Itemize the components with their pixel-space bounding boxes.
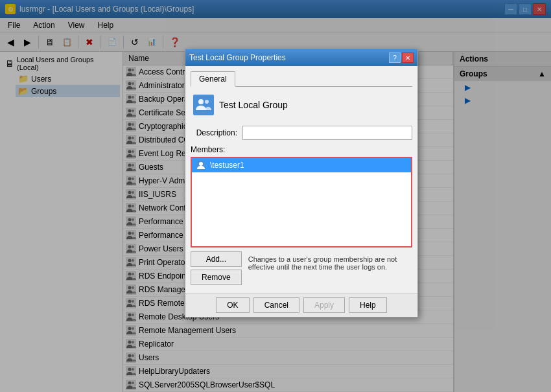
add-button[interactable]: Add... (191, 251, 242, 267)
description-row: Description: (191, 126, 412, 140)
cancel-button[interactable]: Cancel (253, 297, 299, 313)
help-footer-button[interactable]: Help (349, 297, 387, 313)
svg-rect-78 (194, 96, 213, 114)
members-action-buttons: Add... Remove (191, 251, 242, 285)
group-big-icon (193, 95, 214, 115)
ok-button[interactable]: OK (216, 297, 249, 313)
apply-button[interactable]: Apply (303, 297, 345, 313)
svg-point-79 (198, 99, 204, 104)
group-header-row: Test Local Group (191, 92, 412, 118)
modal-help-button[interactable]: ? (389, 52, 401, 63)
member-note: Changes to a user's group membership are… (247, 254, 412, 272)
modal-group-name: Test Local Group (219, 100, 288, 110)
modal-overlay: Test Local Group Properties ? ✕ General (0, 0, 551, 392)
description-input[interactable] (242, 126, 412, 140)
modal-content: General Test Local Group Descriptio (185, 66, 417, 293)
member-name-0: \testuser1 (210, 161, 244, 170)
modal-title: Test Local Group Properties (189, 53, 286, 62)
members-label: Members: (191, 145, 412, 154)
tab-bar: General (191, 71, 412, 87)
members-bottom-row: Add... Remove Changes to a user's group … (191, 251, 412, 285)
svg-point-80 (205, 100, 209, 104)
description-label: Description: (191, 128, 242, 137)
modal-title-controls: ? ✕ (389, 52, 414, 63)
member-icon-0 (196, 160, 206, 170)
member-item-0[interactable]: \testuser1 (192, 158, 411, 172)
members-section: Members: \testuser1 (191, 145, 412, 285)
remove-button[interactable]: Remove (191, 270, 242, 285)
modal-title-bar: Test Local Group Properties ? ✕ (185, 49, 417, 66)
svg-point-81 (199, 162, 203, 166)
members-list: \testuser1 (191, 157, 412, 248)
modal-dialog: Test Local Group Properties ? ✕ General (185, 49, 418, 317)
dialog-footer: OK Cancel Apply Help (185, 293, 417, 317)
modal-close-button[interactable]: ✕ (402, 52, 414, 63)
tab-general[interactable]: General (191, 71, 235, 87)
